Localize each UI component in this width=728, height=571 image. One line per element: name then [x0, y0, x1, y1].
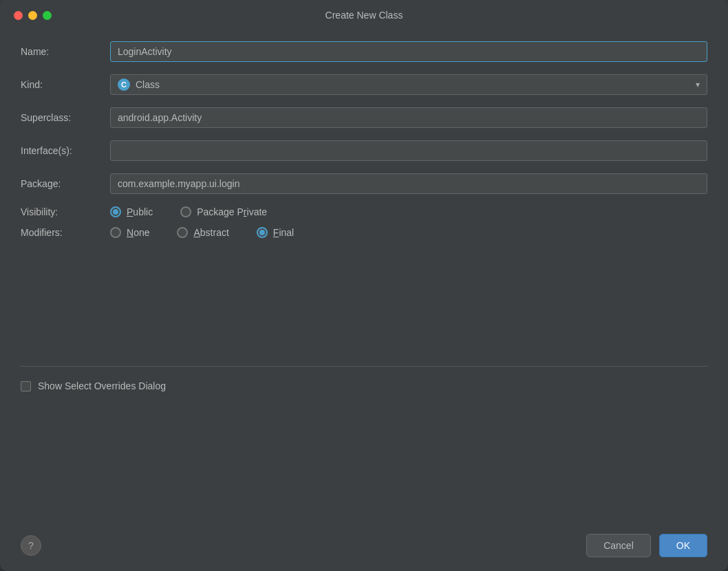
visibility-row: Visibility: Public Package Private [21, 206, 707, 217]
kind-label: Kind: [21, 79, 110, 90]
modifier-none-radio[interactable] [110, 227, 121, 238]
visibility-public-radio[interactable] [110, 206, 121, 217]
show-overrides-label: Show Select Overrides Dialog [38, 380, 166, 391]
help-button[interactable]: ? [21, 535, 41, 556]
kind-icon: C [118, 78, 130, 91]
kind-value: Class [136, 79, 160, 90]
footer-buttons: Cancel OK [586, 534, 707, 557]
divider [21, 366, 707, 367]
kind-dropdown[interactable]: C Class ▾ [110, 74, 707, 95]
checkbox-row: Show Select Overrides Dialog [21, 380, 707, 391]
superclass-label: Superclass: [21, 112, 110, 123]
visibility-public-label: Public [127, 206, 153, 217]
visibility-options: Public Package Private [110, 206, 267, 217]
visibility-public-radio-inner [113, 209, 118, 215]
window-controls [14, 11, 52, 20]
modifiers-row: Modifiers: None Abstract Final [21, 227, 707, 238]
kind-row: Kind: C Class ▾ [21, 74, 707, 95]
package-label: Package: [21, 178, 110, 189]
modifiers-label: Modifiers: [21, 227, 110, 238]
name-row: Name: [21, 41, 707, 62]
title-bar: Create New Class [0, 0, 728, 28]
maximize-button[interactable] [43, 11, 52, 20]
modifiers-options: None Abstract Final [110, 227, 294, 238]
modifier-final-radio-inner [259, 230, 265, 235]
modifier-abstract-radio[interactable] [177, 227, 188, 238]
minimize-button[interactable] [28, 11, 37, 20]
name-label: Name: [21, 46, 110, 57]
name-input[interactable] [110, 41, 707, 62]
visibility-public-option[interactable]: Public [110, 206, 153, 217]
close-button[interactable] [14, 11, 23, 20]
help-icon: ? [28, 540, 34, 551]
modifier-none-option[interactable]: None [110, 227, 149, 238]
visibility-package-private-label: Package Private [197, 206, 267, 217]
dialog-content: Name: Kind: C Class ▾ Superclass: Interf… [0, 28, 728, 524]
modifier-abstract-option[interactable]: Abstract [177, 227, 228, 238]
cancel-button[interactable]: Cancel [586, 534, 651, 557]
visibility-package-private-option[interactable]: Package Private [180, 206, 267, 217]
modifier-final-radio[interactable] [257, 227, 268, 238]
modifier-none-label: None [127, 227, 149, 238]
show-overrides-checkbox[interactable] [21, 381, 31, 391]
chevron-down-icon: ▾ [696, 80, 700, 89]
superclass-input[interactable] [110, 107, 707, 128]
visibility-label: Visibility: [21, 206, 110, 217]
modifier-final-label: Final [273, 227, 294, 238]
interfaces-label: Interface(s): [21, 145, 110, 156]
kind-dropdown-left: C Class [118, 78, 160, 91]
visibility-package-private-radio[interactable] [180, 206, 191, 217]
interfaces-input[interactable] [110, 140, 707, 161]
ok-button[interactable]: OK [659, 534, 707, 557]
dialog-title: Create New Class [325, 10, 403, 21]
superclass-row: Superclass: [21, 107, 707, 128]
modifier-final-option[interactable]: Final [257, 227, 294, 238]
package-row: Package: [21, 173, 707, 194]
package-input[interactable] [110, 173, 707, 194]
modifier-abstract-label: Abstract [193, 227, 228, 238]
create-new-class-dialog: Create New Class Name: Kind: C Class ▾ S… [0, 0, 728, 571]
dialog-footer: ? Cancel OK [0, 524, 728, 571]
interfaces-row: Interface(s): [21, 140, 707, 161]
